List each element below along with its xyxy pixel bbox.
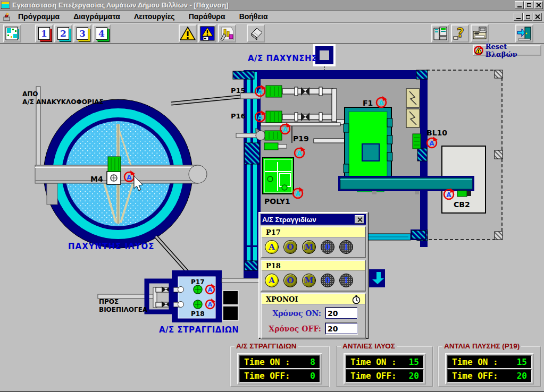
mdi-restore-button[interactable]	[523, 13, 532, 21]
timers-section: ΧΡΟΝΟΙ Χρόνος ON: Χρόνος OFF:	[261, 293, 366, 339]
p17-section-header: P17	[262, 227, 365, 237]
maximize-icon	[527, 3, 531, 7]
lcd-time-on: Time ON : 15	[447, 355, 532, 369]
time-off-input[interactable]	[325, 323, 357, 334]
flow-arrow-symbol	[369, 269, 385, 287]
page-1-icon: 1	[38, 27, 50, 40]
p17-tag: P17	[191, 278, 205, 286]
exit-button[interactable]	[515, 24, 533, 42]
erase-button[interactable]	[247, 24, 265, 42]
cb2-tag: CB2	[454, 200, 470, 209]
mdi-minimize-button[interactable]	[514, 13, 523, 21]
p19-tag: P19	[293, 134, 309, 143]
drain-station-dialog: Α/Σ Στραγγιδίων P17 A O M 0 I	[258, 212, 368, 338]
screen-4-button[interactable]: 4	[93, 24, 111, 42]
panel-title: ΑΝΤΛΙΕΣ ΙΛΥΟΣ	[341, 342, 397, 350]
mdi-close-button[interactable]	[533, 13, 542, 21]
maximize-button[interactable]	[524, 1, 533, 9]
menu-parathyra[interactable]: Παράθυρα	[182, 11, 232, 22]
p17-off-button[interactable]: O	[283, 240, 297, 254]
lcd-time-on: Time ON : 15	[346, 355, 424, 369]
svg-text:A: A	[282, 126, 288, 133]
timers-header: ΧΡΟΝΟΙ	[262, 294, 365, 304]
menu-diagrammata[interactable]: Διαγράμματα	[66, 11, 127, 22]
panel-title: ΑΝΤΛΙΑ ΠΛΥΣΗΣ (P19)	[442, 342, 521, 350]
sludge-pumps-timer-panel: ΑΝΤΛΙΕΣ ΙΛΥΟΣ Time ON : 15 Time OFF: 20	[336, 346, 433, 387]
svg-text:A: A	[127, 174, 132, 181]
bl10-tag: BL10	[426, 129, 447, 137]
drain-station-label: Α/Σ ΣΤΡΑΓΓΙΔΙΩΝ	[159, 325, 239, 335]
p18-section-header: P18	[262, 261, 365, 271]
p15-tag: P15	[231, 87, 246, 95]
to-label-line2: ΒΙΟΕΠΙΛΟΓΕΑ	[99, 306, 148, 313]
computer-rack-icon	[433, 26, 448, 41]
menu-leitourgies[interactable]: Λειτουργίες	[127, 11, 182, 22]
p17-manual-button[interactable]: M	[302, 240, 316, 254]
menu-boitheia[interactable]: Βοήθεια	[232, 11, 275, 22]
p18-tag: P18	[191, 310, 205, 318]
p17-running-lamp: I	[339, 240, 353, 254]
lcd-frame: Time ON : 8 Time OFF: 0	[237, 353, 322, 385]
lcd-time-off: Time OFF: 0	[239, 369, 320, 382]
p18-stopped-lamp: 0	[321, 274, 334, 287]
lcd-time-on: Time ON : 8	[239, 355, 320, 369]
app-window: Εγκατάσταση Επεξεργασίας Λυμάτων Δήμου Β…	[0, 0, 544, 392]
svg-text:A: A	[446, 191, 451, 199]
lcd-time-off: Time OFF: 20	[346, 369, 424, 382]
lcd-frame: Time ON : 15 Time OFF: 20	[344, 353, 426, 385]
p18-manual-button[interactable]: M	[302, 274, 316, 287]
help-button[interactable]: ?	[451, 24, 469, 42]
p17-auto-button[interactable]: A	[265, 240, 279, 254]
mdi-minimize-icon	[516, 18, 521, 19]
menu-bar: Πρόγραμμα Διαγράμματα Λειτουργίες Παράθυ…	[0, 11, 544, 23]
program-icon	[2, 12, 11, 21]
exit-door-icon	[516, 26, 532, 41]
p18-off-button[interactable]: O	[283, 274, 297, 287]
lcd-frame: Time ON : 15 Time OFF: 20	[445, 353, 534, 385]
dialog-title-bar[interactable]: Α/Σ Στραγγιδίων	[261, 214, 366, 225]
drain-station-timer-panel: Α/Σ ΣΤΡΑΓΓΙΔΙΩΝ Time ON : 8 Time OFF: 0	[230, 346, 330, 387]
mdi-close-icon	[535, 14, 540, 19]
poly1-tag: POLY1	[264, 197, 290, 206]
stopwatch-icon	[352, 295, 361, 304]
drain-pipe-from-tank	[156, 236, 187, 271]
time-on-input[interactable]	[325, 308, 357, 319]
from-label-line1: ΑΠΟ	[22, 90, 38, 98]
screen-2-button[interactable]: 2	[54, 24, 72, 42]
close-button[interactable]	[534, 1, 543, 9]
station-top-label: Α/Σ ΠΑΧΥΝΣΗΣ	[248, 54, 317, 63]
alarms-button[interactable]	[179, 24, 197, 42]
plant-mimic-area: Α/Σ ΠΑΧΥΝΣΗΣ	[0, 44, 544, 391]
save-alarms-button[interactable]	[198, 24, 216, 42]
reports-button[interactable]	[431, 24, 449, 42]
dialog-close-button[interactable]	[355, 215, 364, 224]
wash-pump-timer-panel: ΑΝΤΛΙΑ ΠΛΥΣΗΣ (P19) Time ON : 15 Time OF…	[438, 346, 541, 387]
svg-text:A: A	[257, 114, 263, 121]
plant-overview-button[interactable]	[3, 24, 21, 42]
drain-pump-station	[98, 270, 259, 322]
svg-text:A: A	[208, 301, 213, 308]
charts-button[interactable]	[218, 24, 236, 42]
minimize-button[interactable]	[515, 1, 524, 9]
title-bar: Εγκατάσταση Επεξεργασίας Λυμάτων Δήμου Β…	[0, 0, 544, 11]
menu-programma[interactable]: Πρόγραμμα	[11, 11, 66, 22]
p18-button-row: A O M 0 I	[262, 271, 365, 291]
thickener-label: ΠΑΧΥΝΤΗΣ ΙΛΥΟΣ	[68, 242, 154, 251]
bl10-blower	[413, 134, 421, 149]
panel-title: Α/Σ ΣΤΡΑΓΓΙΔΙΩΝ	[235, 342, 298, 350]
reset-faults-button[interactable]: Reset Βλαβών	[473, 45, 541, 56]
svg-text:A: A	[379, 99, 384, 107]
screen-1-button[interactable]: 1	[35, 24, 53, 42]
svg-text:A: A	[257, 88, 263, 96]
screen-3-button[interactable]: 3	[73, 24, 91, 42]
fax-phone-icon	[472, 26, 488, 41]
dialog-title: Α/Σ Στραγγιδίων	[262, 216, 355, 224]
app-icon[interactable]	[1, 2, 10, 9]
p17-control-section: P17 A O M 0 I	[261, 226, 366, 258]
window-title: Εγκατάσταση Επεξεργασίας Λυμάτων Δήμου Β…	[12, 1, 514, 9]
svg-text:A: A	[295, 190, 300, 198]
p16-tag: P16	[231, 112, 246, 120]
time-on-label: Χρόνος ON:	[272, 309, 321, 318]
dial-button[interactable]	[471, 24, 489, 42]
p18-auto-button[interactable]: A	[265, 274, 279, 287]
